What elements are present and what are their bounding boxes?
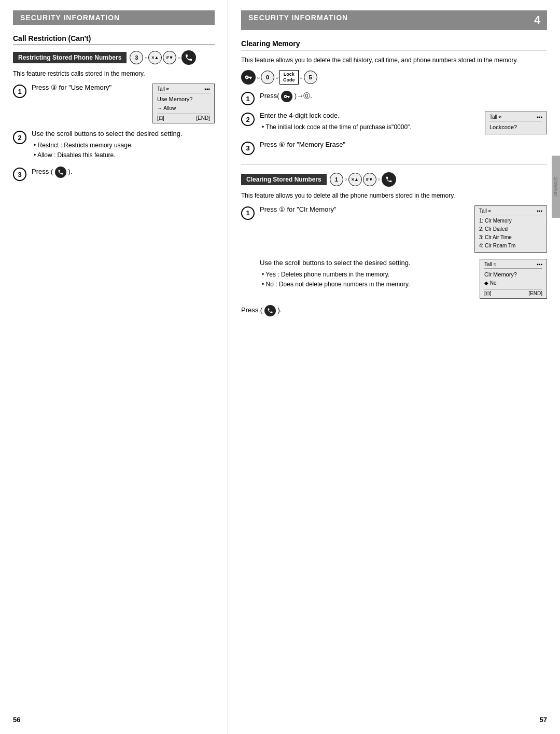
step-3-text: Press ( xyxy=(32,168,55,176)
screen-1-body: Use Memory? → Allow xyxy=(157,95,210,112)
lock-code-btn: Lock Code xyxy=(279,70,299,85)
cs-phone-icon xyxy=(382,172,396,187)
cm-screen-signal: Tall ≈ xyxy=(489,114,501,120)
dot2: ○ xyxy=(177,55,180,61)
cs-btn-xa: ×▲ xyxy=(348,173,362,186)
cs-screen-icons: ▪▪▪ xyxy=(537,208,542,214)
btn-5-cm: 5 xyxy=(304,71,317,84)
cm-step-3-text: Press ⑥ for "Memory Erase" xyxy=(260,141,345,148)
dot-cm1: ○ xyxy=(257,75,260,80)
cs-screen-1-header: Tall ≈ ▪▪▪ xyxy=(479,208,542,215)
step-1: 1 Press ③ for "Use Memory" Tall ≈ ▪▪▪ Us… xyxy=(13,84,215,123)
cm-step-3-content: Press ⑥ for "Memory Erase" xyxy=(260,141,547,148)
cs-step-2: Use the scroll buttons to select the des… xyxy=(260,259,547,299)
step-2: 2 Use the scroll buttons to select the d… xyxy=(13,130,215,160)
cm-step-1-arrow: )→⓪. xyxy=(295,92,312,100)
cs-step-3-phone-icon xyxy=(264,305,276,316)
cm-step-3: 3 Press ⑥ for "Memory Erase" xyxy=(241,141,547,155)
step-1-content: Press ③ for "Use Memory" Tall ≈ ▪▪▪ Use … xyxy=(32,84,215,123)
cs-screen-2-footer: [⊡] [END] xyxy=(484,289,542,296)
bullet-allow: Allow : Disables this feature. xyxy=(34,150,215,160)
lock-text: Lock xyxy=(284,72,295,77)
section-divider xyxy=(241,164,547,165)
code-text: Code xyxy=(283,77,295,83)
cm-bullet-lockcode: The initial lock code at the time of pur… xyxy=(262,122,480,132)
step-2-bullets: Restrict : Restricts memory usage. Allow… xyxy=(32,141,215,160)
cs-step-2-bullets: Yes : Deletes phone numbers in the memor… xyxy=(260,270,474,289)
clearing-stored-label: Clearing Stored Numbers xyxy=(241,174,327,185)
right-page: SECURITY INFORMATION 4 Clearing Memory T… xyxy=(228,0,560,734)
step-3: 3 Press ( ). xyxy=(13,167,215,181)
step-1-inner: Press ③ for "Use Memory" Tall ≈ ▪▪▪ Use … xyxy=(32,84,215,123)
cs-description: This feature allows you to delete all th… xyxy=(241,191,547,200)
page-container: SECURITY INFORMATION Call Restriction (C… xyxy=(0,0,560,734)
clearing-memory-title: Clearing Memory xyxy=(241,39,547,50)
cs-bullet-yes: Yes : Deletes phone numbers in the memor… xyxy=(262,270,474,280)
cm-step-2-content: Enter the 4-digit lock code. The initial… xyxy=(260,112,547,134)
cs-screen-2-signal: Tall ≈ xyxy=(484,261,496,267)
cs-screen-signal: Tall ≈ xyxy=(479,208,491,214)
left-page-number: 56 xyxy=(13,716,20,724)
cm-step-1-text: Press( xyxy=(260,92,281,100)
left-section-title: Call Restriction (Can't) xyxy=(13,34,215,45)
cs-step-1: 1 Press ① for "Clr Memory" Tall ≈ ▪▪▪ 1:… xyxy=(241,205,547,253)
step-circle-2: 2 xyxy=(13,131,26,144)
cs-step-1-text: Press ① for "Clr Memory" xyxy=(260,205,469,213)
cs-step-3-text-post: ). xyxy=(277,306,282,314)
clearing-stored-feature-bar: Clearing Stored Numbers 1 ○ ×▲ #▼ ○ xyxy=(241,172,547,187)
cm-step-circle-3: 3 xyxy=(241,142,255,155)
cs-screen-1-body: 1: Clr Memory 2: Clr Dialed 3: Clr Air T… xyxy=(479,217,542,250)
step-2-content: Use the scroll buttons to select the des… xyxy=(32,130,215,160)
key-icon-cm xyxy=(241,70,256,85)
cm-step-1: 1 Press( )→⓪. xyxy=(241,91,547,105)
cm-step-2: 2 Enter the 4-digit lock code. The initi… xyxy=(241,112,547,134)
cs-screen-2-icons: ▪▪▪ xyxy=(537,261,542,267)
screen-1-footer: [⊡] [END] xyxy=(157,114,210,121)
cs-screen-2: Tall ≈ ▪▪▪ Clr Memory? ◆ No [⊡] [END] xyxy=(480,259,547,299)
cm-screen-2-header: Tall ≈ ▪▪▪ xyxy=(489,114,542,121)
step-3-content: Press ( ). xyxy=(32,167,215,178)
cm-step-2-main: Enter the 4-digit lock code. xyxy=(260,112,480,119)
cm-step-circle-1: 1 xyxy=(241,92,255,105)
right-page-number: 57 xyxy=(540,716,547,724)
btn-0-cm: 0 xyxy=(261,71,274,84)
page-number-box: 4 xyxy=(527,10,547,30)
step-circle-3: 3 xyxy=(13,168,26,181)
footer-right: [END] xyxy=(196,115,210,121)
left-page: SECURITY INFORMATION Call Restriction (C… xyxy=(0,0,228,734)
left-description: This feature restricts calls stored in t… xyxy=(13,69,215,78)
step-circle-1: 1 xyxy=(13,85,26,98)
cm-step-circle-2: 2 xyxy=(241,113,255,126)
bullet-restrict: Restrict : Restricts memory usage. xyxy=(34,141,215,150)
cm-screen-icons: ▪▪▪ xyxy=(537,114,542,120)
cm-step-2-text: Enter the 4-digit lock code. The initial… xyxy=(260,112,480,132)
cs-screen-1: Tall ≈ ▪▪▪ 1: Clr Memory 2: Clr Dialed 3… xyxy=(474,205,547,253)
cs-step-3-text-pre: Press ( xyxy=(241,306,264,314)
cs-dot1: ○ xyxy=(344,176,347,182)
right-header: SECURITY INFORMATION xyxy=(241,10,527,30)
cs-step-2-main: Use the scroll buttons to select the des… xyxy=(260,259,474,267)
cs-step-1-content: Press ① for "Clr Memory" Tall ≈ ▪▪▪ 1: C… xyxy=(260,205,547,253)
screen-signal: Tall ≈ xyxy=(157,86,169,92)
dot1: ○ xyxy=(144,55,147,61)
cs-screen-2-body: Clr Memory? ◆ No xyxy=(484,270,542,287)
dot-cm3: ○ xyxy=(300,75,303,80)
sidebar-tab: Sidebar xyxy=(552,156,560,218)
cs-step-circle-1: 1 xyxy=(241,206,255,220)
restricting-feature-bar: Restricting Stored Phone Numbers 3 ○ ×▲ … xyxy=(13,50,215,65)
screen-1: Tall ≈ ▪▪▪ Use Memory? → Allow [⊡] [END] xyxy=(152,84,215,123)
cs-btn-1: 1 xyxy=(330,173,343,186)
cm-screen-2: Tall ≈ ▪▪▪ Lockcode? xyxy=(485,112,547,134)
btn-xa: ×▲ xyxy=(148,51,162,64)
step-3-text-end: ). xyxy=(68,168,72,176)
icon-sequence: 3 ○ ×▲ #▼ ○ xyxy=(130,50,196,65)
cs-step-3: Press ( ). xyxy=(241,305,547,316)
screen-icons: ▪▪▪ xyxy=(204,86,210,92)
cs-step-2-text: Use the scroll buttons to select the des… xyxy=(260,259,474,289)
step-2-text: Use the scroll buttons to select the des… xyxy=(32,130,215,137)
cm-step-2-inner: Enter the 4-digit lock code. The initial… xyxy=(260,112,547,134)
dot-cm2: ○ xyxy=(275,75,278,80)
btn-hash: #▼ xyxy=(163,51,176,64)
cm-step-1-content: Press( )→⓪. xyxy=(260,91,547,102)
screen-1-header: Tall ≈ ▪▪▪ xyxy=(157,86,210,93)
